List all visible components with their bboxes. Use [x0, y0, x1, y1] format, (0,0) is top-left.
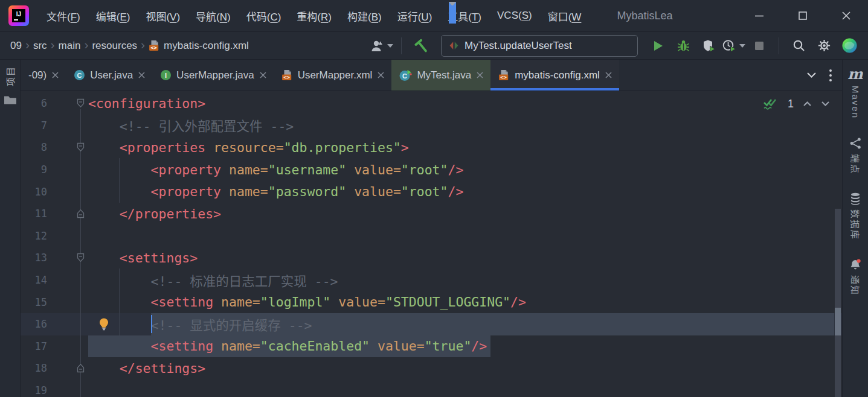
code-line[interactable]: 6 <configuration>	[21, 92, 842, 115]
tab-label: MyTest.java	[417, 69, 471, 81]
class-icon: C	[74, 69, 85, 81]
run-configuration-select[interactable]: MyTest.updateUserTest	[441, 35, 638, 57]
code-line[interactable]: 19	[21, 380, 842, 397]
code-line[interactable]: 12	[21, 225, 842, 247]
line-number: 17	[21, 340, 47, 352]
close-icon[interactable]	[51, 71, 59, 79]
gutter-cell	[47, 357, 88, 380]
close-button[interactable]	[825, 0, 868, 31]
run-button[interactable]	[646, 35, 669, 57]
minimize-button[interactable]	[738, 0, 781, 31]
breadcrumb-item[interactable]: resources	[89, 40, 140, 52]
profiler-clock-icon	[722, 39, 736, 52]
tool-window-button-endpoints[interactable]: 端点	[849, 137, 862, 174]
menu-item[interactable]: 导航(N)	[188, 8, 239, 24]
play-icon	[652, 40, 664, 52]
fold-open-icon[interactable]	[77, 98, 85, 108]
code-line[interactable]: 17 <setting name="cacheEnabled" value="t…	[21, 335, 842, 358]
fold-close-icon[interactable]	[77, 209, 85, 218]
fold-close-icon[interactable]	[77, 363, 85, 373]
coverage-button[interactable]	[697, 35, 720, 57]
test-class-icon: C	[399, 69, 412, 81]
menu-item[interactable]: 工具(T)	[440, 8, 489, 24]
profile-button[interactable]	[370, 35, 393, 57]
code-text: <property name="password" value="root"/>	[88, 184, 463, 199]
menu-item[interactable]: 编辑(E)	[88, 8, 138, 24]
debug-button[interactable]	[672, 35, 695, 57]
scrollbar-thumb[interactable]	[835, 209, 841, 397]
line-number: 16	[21, 318, 47, 330]
code-text: <!-- 引入外部配置文件 -->	[88, 116, 294, 135]
svg-text:<>: <>	[500, 74, 507, 80]
code-line[interactable]: 10 <property name="password" value="root…	[21, 180, 842, 203]
code-text: <setting name="cacheEnabled" value="true…	[88, 338, 487, 354]
editor-tab[interactable]: C MyTest.java	[391, 60, 490, 91]
close-icon[interactable]	[377, 71, 385, 79]
hammer-icon	[414, 39, 428, 53]
tab-options-kebab-icon[interactable]	[829, 69, 832, 82]
tool-window-label: 通知	[849, 275, 862, 296]
menu-item[interactable]: 运行(U)	[390, 8, 440, 24]
intention-bulb-icon[interactable]	[97, 317, 111, 331]
code-line[interactable]: 7 <!-- 引入外部配置文件 -->	[21, 115, 842, 137]
maximize-button[interactable]	[781, 0, 825, 31]
code-line[interactable]: 15 <setting name="logImpl" value="STDOUT…	[21, 291, 842, 313]
menu-item[interactable]: 窗口(W	[540, 8, 590, 24]
code-text: <property name="username" value="root"/>	[88, 162, 463, 177]
tool-window-button-notifications[interactable]: 通知	[849, 258, 862, 296]
code-editor[interactable]: 6 <configuration> 7 <!-- 引入外部配置文件 --> 8 …	[21, 91, 842, 397]
code-line[interactable]: 16 <!-- 显式的开启缓存 -->	[21, 313, 842, 335]
breadcrumb-item[interactable]: src	[30, 40, 50, 52]
plugin-logo-button[interactable]	[838, 35, 861, 57]
code-line[interactable]: 18 </settings>	[21, 357, 842, 380]
close-icon[interactable]	[259, 71, 267, 79]
menu-item[interactable]: 构建(B)	[339, 8, 390, 24]
tool-window-button-maven[interactable]: m Maven	[847, 67, 863, 119]
project-tool-button[interactable]: 项目	[4, 66, 16, 86]
settings-button[interactable]	[812, 35, 835, 57]
fold-open-icon[interactable]	[77, 142, 85, 152]
stop-button[interactable]	[748, 35, 771, 57]
build-button[interactable]	[410, 35, 432, 57]
close-icon[interactable]	[605, 71, 612, 79]
stop-icon	[754, 41, 764, 51]
inspections-ok-check-icon[interactable]	[762, 97, 779, 111]
menu-item[interactable]: VCS(S)	[489, 10, 540, 22]
editor-scrollbar[interactable]	[834, 91, 841, 397]
menu-item[interactable]: 视图(V)	[138, 8, 188, 24]
hidden-tabs-chevron-icon[interactable]	[806, 72, 817, 78]
code-line[interactable]: 13 <settings>	[21, 247, 842, 269]
fold-open-icon[interactable]	[77, 253, 85, 262]
search-everywhere-button[interactable]	[787, 35, 810, 57]
breadcrumb-item[interactable]: 09	[7, 40, 25, 52]
tool-window-label: Maven	[850, 86, 861, 119]
code-line[interactable]: 14 <!-- 标准的日志工厂实现 -->	[21, 269, 842, 291]
next-problem-chevron-down-icon[interactable]	[821, 101, 830, 107]
code-text: <!-- 标准的日志工厂实现 -->	[88, 271, 338, 290]
editor-tab[interactable]: <> mybatis-config.xml	[490, 60, 619, 91]
chevron-down-icon	[739, 44, 745, 48]
editor-tab[interactable]: C User.java	[66, 60, 152, 91]
breadcrumb-item[interactable]: <>mybatis-config.xml	[146, 40, 252, 52]
breadcrumb-item[interactable]: main	[56, 40, 84, 52]
editor-tab[interactable]: I UserMapper.java	[152, 60, 274, 91]
editor-tab[interactable]: -09)	[21, 60, 66, 91]
folder-icon[interactable]	[4, 95, 17, 106]
coverage-shield-icon	[702, 39, 715, 52]
svg-text:C: C	[402, 72, 407, 79]
profiler-button[interactable]	[722, 35, 745, 57]
menu-item[interactable]: 重构(R)	[289, 8, 339, 24]
prev-problem-chevron-up-icon[interactable]	[803, 101, 812, 107]
menu-item[interactable]: 代码(C)	[239, 8, 289, 24]
line-number: 7	[21, 119, 47, 132]
code-line[interactable]: 8 <properties resource="db.properties">	[21, 136, 842, 159]
database-icon	[849, 192, 861, 205]
close-icon[interactable]	[476, 71, 484, 79]
tool-window-button-database[interactable]: 数据库	[849, 192, 862, 240]
menu-item[interactable]: 文件(F)	[39, 8, 88, 24]
code-line[interactable]: 11 </properties>	[21, 203, 842, 225]
navigation-toolbar: 09›src›main›resources›<>mybatis-config.x…	[0, 32, 868, 60]
close-icon[interactable]	[138, 71, 146, 79]
editor-tab[interactable]: <> UserMapper.xml	[274, 60, 392, 91]
code-line[interactable]: 9 <property name="username" value="root"…	[21, 159, 842, 181]
